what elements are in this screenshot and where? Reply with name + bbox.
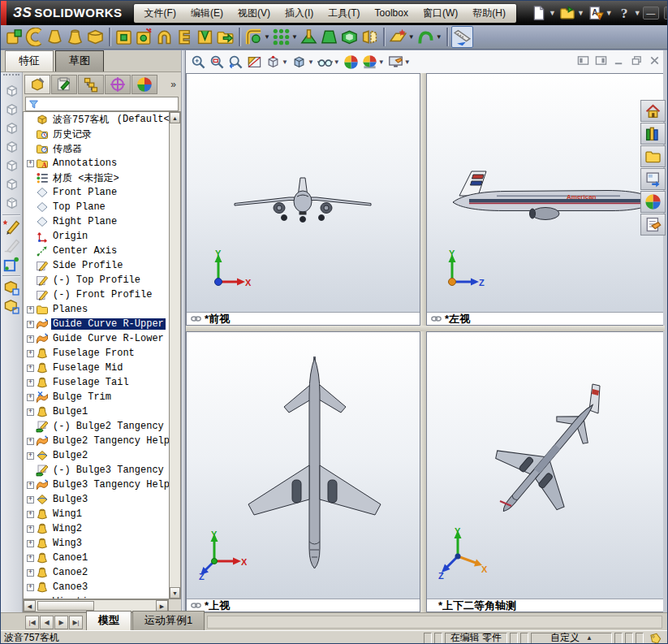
taskpane-appearances-tab[interactable] (640, 191, 666, 213)
expand-toggle[interactable]: + (27, 335, 36, 343)
tree-item[interactable]: 历史记录 (24, 127, 180, 141)
tree-item[interactable]: +Fuselage Mid (24, 361, 180, 375)
menu-item-5[interactable]: Toolbox (368, 6, 416, 20)
view-cube-left-button[interactable] (2, 119, 20, 137)
help-button[interactable]: ?▼ (616, 5, 643, 21)
shell-button[interactable] (339, 26, 360, 48)
tree-root-item[interactable]: 波音757客机 (Default< (24, 112, 180, 127)
expand-toggle[interactable]: + (27, 511, 36, 518)
viewport-front-canvas[interactable]: Y X (187, 74, 420, 312)
section-view-button[interactable] (245, 52, 264, 71)
new-document-button[interactable]: ▼ (531, 5, 558, 21)
dropdown-caret[interactable]: ▼ (549, 9, 556, 17)
tree-item[interactable]: (-) Front Profile (24, 287, 180, 302)
tree-item[interactable]: +Bulge3 (24, 492, 180, 507)
doc-restore-button[interactable] (630, 54, 644, 67)
menu-item-7[interactable]: 帮助(H) (465, 5, 513, 22)
dropdown-caret[interactable]: ▼ (282, 58, 288, 66)
viewport-horizontal-splitter[interactable] (186, 326, 665, 331)
previous-view-button[interactable] (226, 52, 245, 71)
sheet-nav-0[interactable]: |◀ (25, 616, 39, 629)
boundary-boss-button[interactable] (85, 26, 106, 48)
revolved-boss-button[interactable] (24, 26, 45, 48)
rib-button[interactable] (299, 26, 319, 48)
tree-item[interactable]: +Bulge2 (24, 448, 180, 463)
split-right-button[interactable] (594, 54, 608, 67)
status-display-state[interactable]: 自定义▲ (531, 633, 612, 644)
taskpane-home-tab[interactable] (640, 100, 666, 122)
expand-toggle[interactable]: + (27, 365, 36, 372)
dropdown-caret[interactable]: ▼ (308, 58, 314, 66)
expand-toggle[interactable]: + (27, 350, 36, 357)
sheet-tab-1[interactable]: 运动算例1 (132, 611, 205, 630)
tree-item[interactable]: +Fuselage Tail (24, 375, 180, 390)
tree-item[interactable]: +Bulge2 Tangency Helper (24, 434, 180, 448)
hide-show-items-button[interactable]: ▼ (316, 52, 342, 71)
view-cube-front-button[interactable] (2, 82, 20, 100)
expand-toggle[interactable]: + (27, 496, 36, 504)
view-cube-isometric-button[interactable] (2, 194, 20, 212)
tree-item[interactable]: +Guide Curve R-Upper (24, 317, 180, 331)
maximize-button[interactable]: □ (664, 6, 668, 19)
scroll-left-button[interactable]: ◀ (24, 600, 36, 612)
sheet-nav-2[interactable]: ▶ (54, 616, 68, 629)
doc-minimize-button[interactable] (612, 54, 626, 67)
configurationmanager-tab[interactable] (78, 75, 104, 94)
apply-scene-button[interactable]: ▼ (360, 52, 386, 71)
viewport-top[interactable]: Y X Z *上视 (186, 331, 420, 612)
menu-item-1[interactable]: 编辑(E) (183, 5, 231, 22)
tree-item[interactable]: Front Plane (24, 185, 180, 200)
dropdown-caret[interactable]: ▼ (436, 33, 442, 41)
fillet-button[interactable]: ▼ (243, 26, 271, 48)
open-document-button[interactable]: ▼ (559, 5, 586, 21)
airplane-front-view[interactable] (232, 175, 373, 227)
split-left-button[interactable] (576, 54, 590, 67)
dropdown-caret[interactable]: ▼ (291, 33, 298, 41)
taskpane-custom-properties-tab[interactable] (640, 214, 666, 236)
manager-tabs-overflow[interactable]: » (167, 79, 179, 90)
sheet-nav-3[interactable]: ▶| (69, 616, 83, 629)
view-cube-right-button[interactable] (2, 138, 20, 156)
featuremanager-tab[interactable] (24, 75, 50, 94)
tree-item[interactable]: +Wing3 (24, 536, 180, 551)
menu-item-4[interactable]: 工具(T) (321, 5, 367, 22)
taskpane-design-library-tab[interactable] (640, 123, 666, 145)
toolbox-alert-button[interactable]: A!▼ (588, 5, 614, 21)
tree-item[interactable]: +Wing2 (24, 521, 180, 536)
expand-toggle[interactable]: + (27, 452, 36, 460)
toolbar-drag-handle[interactable] (3, 74, 19, 80)
dropdown-caret[interactable]: ▼ (634, 9, 641, 17)
tree-item[interactable]: 材质 <未指定> (24, 171, 180, 185)
expand-toggle[interactable]: + (27, 321, 36, 328)
doc-close-button[interactable] (648, 54, 662, 67)
propertymanager-tab[interactable] (51, 75, 77, 94)
viewport-top-canvas[interactable]: Y X Z (187, 332, 420, 599)
tree-filter[interactable] (25, 97, 179, 111)
tree-item[interactable]: +Fuselage Front (24, 346, 180, 361)
scroll-right-button[interactable]: ▶ (156, 600, 168, 612)
taskpane-view-palette-tab[interactable] (640, 168, 666, 190)
tree-item[interactable]: +Guide Curve R-Lower (24, 331, 180, 346)
expand-toggle[interactable]: + (27, 584, 36, 591)
zoom-fit-button[interactable] (189, 52, 208, 71)
menu-item-3[interactable]: 插入(I) (278, 5, 321, 22)
displaymanager-tab[interactable] (131, 75, 157, 94)
mirror-button[interactable] (360, 26, 380, 48)
instant3d-button[interactable] (451, 26, 473, 48)
view-settings-button[interactable]: ▼ (386, 52, 412, 71)
dropdown-caret[interactable]: ▼ (577, 9, 584, 17)
tree-item[interactable]: Top Plane (24, 200, 180, 214)
view-cube-bottom-button[interactable] (2, 175, 20, 193)
lofted-boss-button[interactable] (65, 26, 85, 48)
expand-toggle[interactable]: + (27, 482, 36, 489)
expand-toggle[interactable]: + (27, 408, 36, 416)
minimize-button[interactable]: — (643, 6, 659, 19)
command-tab-0[interactable]: 特征 (5, 50, 54, 71)
hole-wizard-button[interactable] (134, 26, 154, 48)
expand-toggle[interactable]: + (27, 438, 36, 445)
tree-item[interactable]: +AAnnotations (24, 156, 180, 171)
view-cube-top-button[interactable] (2, 157, 20, 175)
tree-item[interactable]: +Bulge1 (24, 404, 180, 419)
zoom-area-button[interactable] (208, 52, 226, 71)
scroll-thumb[interactable] (37, 601, 94, 611)
